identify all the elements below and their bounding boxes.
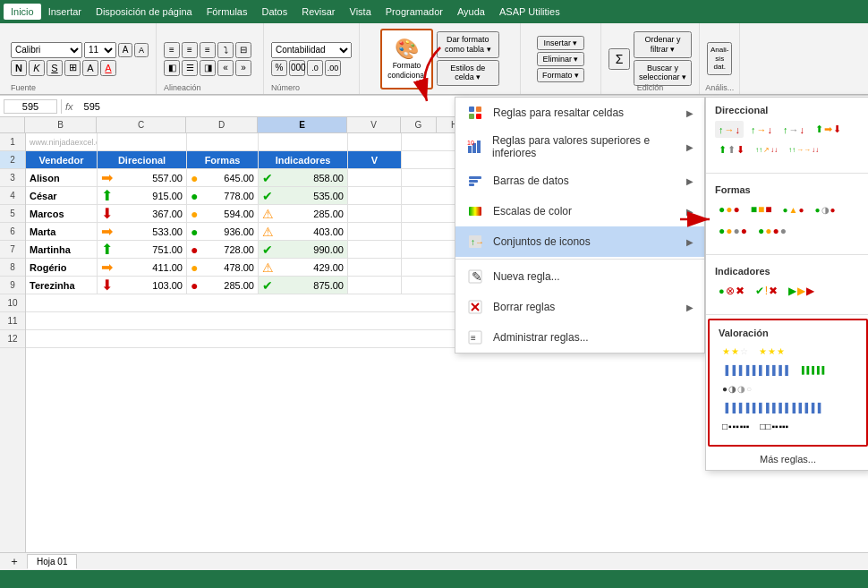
menu-escalas-color[interactable]: Escalas de color ▶ <box>455 196 704 226</box>
eliminar-btn[interactable]: Eliminar ▾ <box>537 52 584 66</box>
font-color-btn[interactable]: A <box>100 60 116 76</box>
col-header-C[interactable]: C <box>97 117 186 132</box>
iconset-val-boxes-2[interactable]: □□▪▪▪▪▪ <box>756 419 792 434</box>
sum-btn[interactable]: Σ <box>608 48 630 70</box>
cell-name-rogerio[interactable]: Rogério <box>26 259 98 276</box>
cell-ind-marta[interactable]: ⚠ 403.00 <box>259 223 348 240</box>
italic-btn[interactable]: K <box>29 60 45 76</box>
cell-dir-cesar[interactable]: ⬆ 915.00 <box>98 187 187 204</box>
cell-empty-row3[interactable] <box>26 330 473 347</box>
menu-formulas[interactable]: Fórmulas <box>200 4 255 20</box>
cell-empty-row1[interactable] <box>26 294 473 311</box>
cell-ind-cesar[interactable]: ✔ 535.00 <box>259 187 348 204</box>
name-box[interactable] <box>4 99 57 114</box>
cell-forma-martinha[interactable]: ● 728.00 <box>187 241 259 258</box>
cell-v-terezinha[interactable] <box>348 277 402 294</box>
cell-forma-alison[interactable]: ● 645.00 <box>187 169 259 186</box>
formato-btn[interactable]: Formato ▾ <box>537 68 584 82</box>
cell-forma-terezinha[interactable]: ● 285.00 <box>187 277 259 294</box>
cell-v-marcos[interactable] <box>348 205 402 222</box>
iconset-val-circles-1[interactable]: ●◑◑○ <box>719 381 755 396</box>
col-header-V[interactable]: V <box>347 117 401 132</box>
menu-nueva-regla[interactable]: ✎ Nueva regla... <box>455 261 704 292</box>
cell-dir-marcos[interactable]: ⬇ 367.00 <box>98 205 187 222</box>
comma-btn[interactable]: 000 <box>289 60 305 76</box>
menu-datos[interactable]: Datos <box>254 4 294 20</box>
cell-empty-4[interactable] <box>348 133 402 150</box>
col-header-B[interactable]: B <box>25 117 97 132</box>
iconset-dir-6[interactable]: ↑↑↗↓↓ <box>752 141 781 158</box>
align-center-btn[interactable]: ☰ <box>182 60 198 76</box>
cell-dir-alison[interactable]: ➡ 557.00 <box>98 169 187 186</box>
cell-empty-3[interactable] <box>259 133 348 150</box>
iconset-val-boxes-1[interactable]: □▪▪▪▪▪▪ <box>719 419 753 434</box>
font-grow-btn[interactable]: A <box>118 43 132 57</box>
dar-formato-tabla-btn[interactable]: Dar formatocomo tabla ▾ <box>437 31 499 58</box>
iconset-dir-3[interactable]: ↑→↓ <box>779 121 808 138</box>
cell-v-martinha[interactable] <box>348 241 402 258</box>
cell-name-alison[interactable]: Alison <box>26 169 98 186</box>
dec-inc-btn[interactable]: .0 <box>307 60 323 76</box>
menu-revisar[interactable]: Revisar <box>294 4 342 20</box>
iconset-dir-1[interactable]: ↑→↓ <box>715 121 744 138</box>
estilos-celda-btn[interactable]: Estilos decelda ▾ <box>437 60 499 87</box>
col-header-E[interactable]: E <box>258 117 347 132</box>
cell-dir-marta[interactable]: ➡ 533.00 <box>98 223 187 240</box>
analisis-btn[interactable]: Anali-sisdat. <box>707 42 732 75</box>
tab-add-btn[interactable]: ＋ <box>4 552 25 571</box>
iconset-forma-6[interactable]: ●●●● <box>754 222 790 240</box>
menu-inicio[interactable]: Inicio <box>4 4 41 20</box>
border-btn[interactable]: ⊞ <box>64 60 81 76</box>
menu-conjuntos-iconos[interactable]: ↑ → Conjuntos de iconos ▶ <box>455 226 704 257</box>
col-header-D[interactable]: D <box>186 117 258 132</box>
cell-forma-rogerio[interactable]: ● 478.00 <box>187 259 259 276</box>
menu-disposicion[interactable]: Disposición de página <box>89 4 200 20</box>
iconset-val-circles-2[interactable]: ▐▐▐▐▐▐▐▐▐▐▐▐▐▐▐ <box>719 400 824 415</box>
menu-admin-reglas[interactable]: ≡ Administrar reglas... <box>455 322 704 353</box>
cell-forma-marcos[interactable]: ● 594.00 <box>187 205 259 222</box>
format-conditional-btn[interactable]: 🎨 Formatocondicional <box>380 29 433 89</box>
cell-v-marta[interactable] <box>348 223 402 240</box>
insertar-btn[interactable]: Insertar ▾ <box>537 36 584 50</box>
cell-dir-martinha[interactable]: ⬆ 751.00 <box>98 241 187 258</box>
iconset-ind-2[interactable]: ✔!✖ <box>752 282 781 300</box>
cell-ind-rogerio[interactable]: ⚠ 429.00 <box>259 259 348 276</box>
col-header-G[interactable]: G <box>401 117 437 132</box>
menu-asap[interactable]: ASAP Utilities <box>492 4 567 20</box>
cell-v-rogerio[interactable] <box>348 259 402 276</box>
number-format-select[interactable]: Contabilidad <box>271 42 352 58</box>
wrap-text-btn[interactable]: ⤵ <box>217 42 234 58</box>
menu-vista[interactable]: Vista <box>343 4 379 20</box>
cell-name-marta[interactable]: Marta <box>26 223 98 240</box>
cell-name-cesar[interactable]: César <box>26 187 98 204</box>
font-shrink-btn[interactable]: A <box>134 43 149 57</box>
merge-btn[interactable]: ⊟ <box>235 42 251 58</box>
menu-insertar[interactable]: Insertar <box>41 4 89 20</box>
iconset-dir-7[interactable]: ↑↑→→↓↓ <box>785 141 822 158</box>
iconset-val-stars-1[interactable]: ★★☆ <box>719 344 752 359</box>
iconset-forma-1[interactable]: ●●● <box>715 200 744 218</box>
sheet-tab-hoja01[interactable]: Hoja 01 <box>27 554 77 569</box>
fill-color-btn[interactable]: A <box>82 60 98 76</box>
menu-resaltar-celdas[interactable]: Reglas para resaltar celdas ▶ <box>455 98 704 128</box>
bold-btn[interactable]: N <box>11 60 27 76</box>
cell-name-terezinha[interactable]: Terezinha <box>26 277 98 294</box>
iconset-forma-5[interactable]: ●●●● <box>715 222 751 240</box>
cell-dir-terezinha[interactable]: ⬇ 103.00 <box>98 277 187 294</box>
underline-btn[interactable]: S <box>47 60 63 76</box>
menu-valores-superiores[interactable]: 10 Reglas para valores superiores e infe… <box>455 128 704 166</box>
iconset-ind-1[interactable]: ●⊗✖ <box>715 282 748 300</box>
iconset-forma-3[interactable]: ●▲● <box>779 200 808 218</box>
iconset-val-bars-2[interactable]: ▐▐▐▐▐ <box>796 362 828 378</box>
cell-empty-1[interactable] <box>98 133 187 150</box>
iconset-forma-2[interactable]: ■■■ <box>747 200 776 218</box>
align-left-btn[interactable]: ◧ <box>164 60 180 76</box>
cell-name-marcos[interactable]: Marcos <box>26 205 98 222</box>
cell-ind-martinha[interactable]: ✔ 990.00 <box>259 241 348 258</box>
iconset-ind-3[interactable]: ▶▶▶ <box>785 282 818 300</box>
cell-ind-marcos[interactable]: ⚠ 285.00 <box>259 205 348 222</box>
dec-dec-btn[interactable]: .00 <box>325 60 341 76</box>
indent-inc-btn[interactable]: » <box>235 60 251 76</box>
iconset-val-bars-1[interactable]: ▐▐▐▐▐▐▐▐▐▐ <box>719 362 792 378</box>
menu-barras-datos[interactable]: Barras de datos ▶ <box>455 166 704 196</box>
